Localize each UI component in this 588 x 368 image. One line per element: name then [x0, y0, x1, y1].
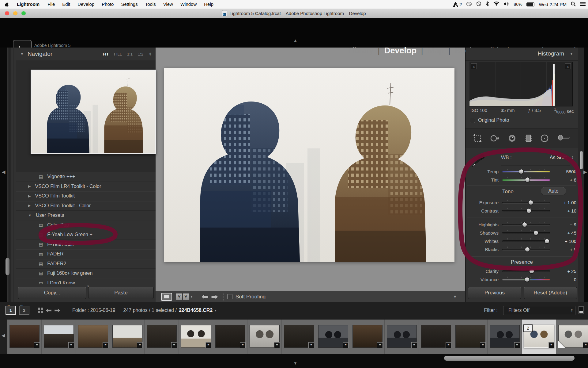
- menu-lightroom[interactable]: Lightroom: [13, 0, 44, 9]
- grid-view-icon[interactable]: [38, 308, 43, 313]
- top-panel-collapse-icon[interactable]: ▲: [293, 38, 297, 43]
- preset-color-pop[interactable]: ▤Color Pop: [16, 220, 156, 230]
- adjustment-badge-icon[interactable]: ±: [274, 342, 280, 348]
- slider-track[interactable]: [502, 249, 550, 250]
- zoom-mode-fit[interactable]: FIT: [103, 52, 109, 56]
- menu-photo[interactable]: Photo: [98, 0, 117, 9]
- menu-view[interactable]: View: [160, 0, 177, 9]
- module-map[interactable]: Map: [423, 46, 448, 56]
- preset-fader2[interactable]: ▤FADER2: [16, 259, 156, 269]
- zoom-mode-1:2[interactable]: 1:2: [138, 52, 143, 56]
- soft-proofing-checkbox[interactable]: [227, 294, 232, 299]
- slider-thumb[interactable]: [526, 209, 531, 213]
- slider-track[interactable]: [502, 279, 550, 280]
- wifi-icon[interactable]: [493, 2, 499, 7]
- thumbnail[interactable]: ±: [556, 320, 588, 354]
- menu-window[interactable]: Window: [177, 0, 200, 9]
- adjustment-badge-icon[interactable]: ±: [480, 342, 486, 348]
- navigator-header[interactable]: ▼ Navigator FITFILL1:11:2⇕: [16, 48, 156, 61]
- menu-file[interactable]: File: [44, 0, 58, 9]
- reset-button[interactable]: Reset (Adobe): [524, 287, 577, 299]
- filmstrip-forward-arrow-icon[interactable]: [54, 308, 60, 313]
- main-window-button[interactable]: 1: [6, 306, 16, 315]
- filmstrip-source-dropdown-icon[interactable]: ▾: [215, 309, 217, 312]
- filmstrip-scrollbar-thumb[interactable]: [444, 356, 575, 361]
- slider-track[interactable]: [502, 210, 550, 212]
- histogram-disclosure-icon[interactable]: ▼: [570, 52, 573, 56]
- slider-thumb[interactable]: [519, 169, 524, 174]
- volume-icon[interactable]: [504, 2, 509, 7]
- main-photo[interactable]: [164, 68, 454, 262]
- preset-vsco-film-lr4-toolkit-color[interactable]: ▶VSCO Film LR4 Toolkit - Color: [16, 182, 156, 192]
- red-eye-tool-icon[interactable]: [507, 134, 517, 143]
- preset-user-presets[interactable]: ▼User Presets: [16, 211, 156, 220]
- slider-thumb[interactable]: [525, 178, 530, 182]
- adjustment-badge-icon[interactable]: ±: [548, 342, 554, 348]
- thumbnail[interactable]: ±: [419, 320, 453, 354]
- menu-edit[interactable]: Edit: [58, 0, 74, 9]
- slider-thumb[interactable]: [522, 222, 527, 227]
- adjustment-badge-icon[interactable]: ±: [68, 342, 74, 348]
- right-panel-collapse-icon[interactable]: ▶: [583, 169, 587, 175]
- histogram-header[interactable]: Histogram ▼: [466, 48, 578, 61]
- crop-tool-icon[interactable]: [472, 134, 483, 143]
- toolbar-options-caret-icon[interactable]: ▼: [453, 294, 457, 299]
- thumbnail[interactable]: ±: [42, 320, 76, 354]
- bluetooth-icon[interactable]: [486, 1, 489, 7]
- next-image-arrow-icon[interactable]: [211, 294, 218, 300]
- thumbnail[interactable]: ±: [110, 320, 145, 354]
- left-scrollbar-thumb[interactable]: [6, 258, 9, 275]
- adjustment-badge-icon[interactable]: ±: [377, 342, 383, 348]
- thumbnail[interactable]: ±: [316, 320, 350, 354]
- slider-thumb[interactable]: [525, 277, 530, 282]
- disclosure-triangle-icon[interactable]: ▶: [28, 184, 31, 188]
- slider-thumb[interactable]: [525, 247, 530, 252]
- menu-settings[interactable]: Settings: [117, 0, 141, 9]
- adjustment-badge-icon[interactable]: ±: [343, 342, 349, 348]
- preset-fuji-160c-low-green[interactable]: ▤Fuji 160c+ low green: [16, 269, 156, 278]
- slider-thumb[interactable]: [545, 239, 549, 243]
- slider-thumb[interactable]: [533, 231, 538, 235]
- module-library[interactable]: Library: [343, 46, 378, 56]
- adobe-updater-icon[interactable]: 2: [453, 2, 462, 7]
- histogram-chart[interactable]: ▲ ▲: [469, 62, 573, 106]
- slider-thumb[interactable]: [528, 200, 533, 205]
- auto-tone-button[interactable]: Auto: [541, 187, 566, 195]
- adjustment-badge-icon[interactable]: ±: [34, 342, 40, 348]
- slider-track[interactable]: [502, 232, 550, 234]
- notification-center-icon[interactable]: [580, 2, 586, 7]
- thumbnail[interactable]: ±: [453, 320, 488, 354]
- thumbnail[interactable]: ±: [76, 320, 110, 354]
- highlight-clipping-indicator[interactable]: ▲: [565, 63, 571, 69]
- second-window-button[interactable]: 2: [19, 306, 29, 315]
- preset-vignette[interactable]: ▤Vignette +++: [16, 172, 156, 182]
- adjustment-badge-icon[interactable]: ±: [240, 342, 246, 348]
- adjustment-badge-icon[interactable]: ±: [103, 342, 108, 348]
- preset-vsco-film-toolkit-color[interactable]: ▶VSCO Film Toolkit - Color: [16, 201, 156, 211]
- paste-button[interactable]: Paste: [88, 287, 154, 299]
- adjustment-badge-icon[interactable]: ±: [583, 342, 588, 348]
- thumbnail-selected[interactable]: ±2: [522, 320, 556, 354]
- left-panel-scrollbar[interactable]: [7, 48, 13, 302]
- thumbnail[interactable]: ±: [247, 320, 282, 354]
- adjustment-badge-icon[interactable]: ±: [411, 342, 417, 348]
- left-panel-collapse-icon[interactable]: ◀: [2, 169, 6, 175]
- preset-f-yeah-split[interactable]: ▤F-Yeah Split: [16, 240, 156, 250]
- zoom-mode-1:1[interactable]: 1:1: [127, 52, 133, 56]
- thumbnail[interactable]: ±: [282, 320, 316, 354]
- slider-track[interactable]: [502, 270, 550, 272]
- right-panel-scrollbar[interactable]: [578, 48, 584, 302]
- adjustment-badge-icon[interactable]: ±: [137, 342, 143, 348]
- radial-filter-tool-icon[interactable]: [540, 134, 549, 143]
- adjustment-badge-icon[interactable]: ±: [171, 342, 177, 348]
- window-titlebar[interactable]: Lr Lightroom 5 Catalog.lrcat – Adobe Pho…: [0, 9, 588, 18]
- wb-value-dropdown[interactable]: As Shot ⇕: [550, 155, 574, 160]
- filter-dropdown[interactable]: Filters Off ⇕: [503, 306, 575, 315]
- thumbnail[interactable]: ±: [7, 320, 42, 354]
- graduated-filter-tool-icon[interactable]: [524, 134, 533, 143]
- copy-button[interactable]: Copy...: [18, 287, 86, 299]
- folder-breadcrumb[interactable]: Folder : 2015-06-19: [72, 308, 115, 313]
- navigator-disclosure-icon[interactable]: ▼: [20, 52, 24, 56]
- slider-track[interactable]: [502, 179, 550, 181]
- spot-removal-tool-icon[interactable]: [489, 134, 500, 143]
